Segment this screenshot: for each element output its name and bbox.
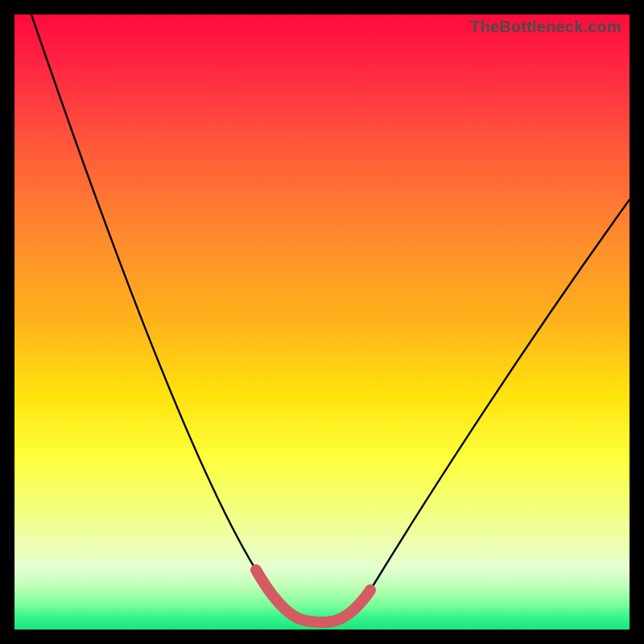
ideal-zone-highlight — [256, 570, 370, 622]
curve-svg — [14, 14, 630, 630]
chart-frame: TheBottleneck.com — [0, 0, 644, 644]
plot-area: TheBottleneck.com — [14, 14, 630, 630]
bottleneck-curve — [31, 14, 630, 622]
